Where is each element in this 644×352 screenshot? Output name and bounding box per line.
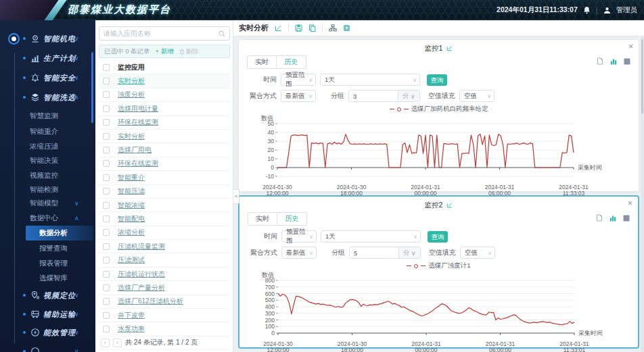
app-link[interactable]: 浊度分析	[118, 90, 145, 99]
app-link[interactable]: 选煤厂用电	[118, 145, 152, 155]
group-input[interactable]	[349, 91, 398, 101]
sidebar-item-partial[interactable]: ∨	[0, 342, 95, 352]
app-link[interactable]: 监控应用	[118, 63, 145, 72]
next-page-button[interactable]: ›	[113, 338, 122, 347]
delete-button[interactable]: 删除	[179, 47, 199, 56]
fill-select[interactable]: 空值∨	[460, 247, 495, 259]
unit-select[interactable]: 分∨	[398, 91, 419, 101]
chevron-down-icon[interactable]: ∨	[74, 311, 79, 318]
checkbox[interactable]	[103, 257, 110, 263]
sidebar-item-智能检测[interactable]: 智能检测	[0, 182, 95, 197]
app-link[interactable]: 选煤厂612压滤机分析	[118, 297, 183, 306]
checkbox[interactable]	[103, 119, 110, 126]
edit-icon[interactable]	[446, 202, 453, 208]
checkbox[interactable]	[103, 174, 110, 181]
sidebar-scrollbar[interactable]	[91, 52, 93, 123]
checkbox[interactable]	[103, 133, 110, 140]
app-link[interactable]: 智能配电	[118, 214, 145, 224]
sidebar-item-能效管理[interactable]: 能效管理∨	[0, 323, 95, 342]
sidebar-item-智慧监测[interactable]: 智慧监测	[0, 109, 95, 123]
chevron-up-icon[interactable]: ∧	[74, 215, 79, 222]
checkbox[interactable]	[103, 202, 110, 209]
app-link[interactable]: 环保在线监测	[118, 159, 158, 168]
fill-select[interactable]: 空值∨	[459, 90, 495, 102]
app-link[interactable]: 实时分析	[118, 132, 145, 141]
app-link[interactable]: 选煤用电计量	[118, 104, 158, 114]
checkbox[interactable]	[103, 326, 110, 332]
checkbox[interactable]	[103, 284, 110, 291]
sidebar-item-智能安全[interactable]: 智能安全∨	[0, 68, 95, 87]
sidebar-item-报警查询[interactable]: 报警查询	[0, 241, 95, 256]
sidebar-item-数据分析[interactable]: 数据分析	[0, 226, 95, 241]
period-select[interactable]: 1天∨	[321, 230, 421, 243]
app-link[interactable]: 智能浓缩	[118, 201, 145, 210]
range-select[interactable]: 预置范围∨	[281, 74, 316, 86]
app-link[interactable]: 水泵功率	[118, 324, 145, 334]
app-link[interactable]: 压滤机运行状态	[118, 270, 165, 279]
sidebar-item-智能决策[interactable]: 智能决策	[0, 153, 95, 168]
sidebar-item-报表管理[interactable]: 报表管理	[0, 256, 95, 271]
checkbox[interactable]	[103, 243, 110, 250]
chevron-down-icon[interactable]: ∨	[74, 329, 79, 336]
app-link[interactable]: 压滤测试	[118, 255, 145, 265]
aggregation-select[interactable]: 最新值∨	[281, 90, 316, 102]
checkbox[interactable]	[103, 91, 110, 98]
checkbox[interactable]	[103, 147, 110, 153]
app-link[interactable]: 实时分析	[118, 76, 145, 86]
sidebar-item-生产计划[interactable]: 生产计划∨	[0, 49, 95, 68]
sidebar-item-数据中心[interactable]: 数据中心∧	[0, 211, 95, 225]
save-icon[interactable]	[295, 24, 302, 32]
checkbox[interactable]	[103, 229, 110, 236]
chevron-down-icon[interactable]: ∨	[74, 55, 79, 61]
edit-icon[interactable]	[446, 45, 453, 51]
bar-chart-icon[interactable]	[610, 57, 617, 65]
unit-select[interactable]: 分∨	[398, 247, 420, 258]
add-button[interactable]: + 新增	[156, 47, 174, 56]
app-link[interactable]: 智能重介	[118, 173, 145, 182]
checkbox[interactable]	[103, 271, 110, 278]
chevron-down-icon[interactable]: ∨	[74, 348, 79, 352]
checkbox[interactable]	[103, 216, 110, 222]
tab-realtime[interactable]: 实时	[248, 212, 277, 226]
sidebar-item-视频定位[interactable]: 视频定位∨	[0, 286, 95, 305]
app-link[interactable]: 选煤厂产量分析	[118, 283, 165, 293]
checkbox[interactable]	[103, 105, 110, 112]
edit-icon[interactable]	[275, 24, 282, 32]
bell-icon[interactable]	[583, 6, 591, 14]
sidebar-item-智能洗选[interactable]: 智能洗选∧	[0, 88, 95, 107]
checkbox[interactable]	[103, 312, 110, 319]
tab-history[interactable]: 历史	[277, 212, 307, 226]
chevron-up-icon[interactable]: ∧	[74, 94, 79, 101]
file-icon[interactable]	[597, 57, 603, 65]
sidebar-item-智能机电[interactable]: 智能机电∨	[0, 29, 95, 48]
bar-chart-icon[interactable]	[610, 214, 616, 222]
range-select[interactable]: 预置范围∨	[281, 230, 317, 243]
search-icon[interactable]	[218, 30, 225, 37]
chart-legend[interactable]: 选煤厂加药机白药频率给定	[239, 105, 639, 114]
panel-icon[interactable]	[623, 214, 630, 222]
username[interactable]: 管理员	[616, 5, 638, 15]
period-select[interactable]: 1天∨	[320, 74, 420, 86]
app-link[interactable]: 压滤机流量监测	[118, 242, 165, 251]
chevron-down-icon[interactable]: ∨	[74, 74, 79, 81]
sidebar-item-视频监控[interactable]: 视频监控	[0, 168, 95, 182]
prev-page-button[interactable]: ‹	[101, 338, 110, 347]
checkbox[interactable]	[103, 64, 110, 71]
collapse-panel-handle[interactable]: «	[233, 189, 239, 204]
query-button[interactable]: 查询	[427, 74, 447, 86]
sidebar-item-辅助运输[interactable]: 辅助运输∨	[0, 305, 95, 324]
aggregation-select[interactable]: 最新值∨	[281, 247, 317, 259]
main-scrollbar[interactable]	[641, 36, 644, 352]
close-icon[interactable]: ×	[628, 42, 633, 51]
app-link[interactable]: 井下皮带	[118, 311, 145, 320]
file-icon[interactable]	[596, 214, 603, 222]
chevron-down-icon[interactable]: ∨	[74, 292, 79, 299]
query-button[interactable]: 查询	[428, 231, 448, 243]
panel-icon[interactable]	[624, 57, 630, 65]
hierarchy-icon[interactable]	[329, 24, 337, 32]
app-link[interactable]: 浓缩分析	[118, 228, 145, 237]
sidebar-item-选煤智库[interactable]: 选煤智库	[0, 271, 95, 286]
checkbox[interactable]	[103, 160, 110, 167]
export-icon[interactable]	[343, 24, 350, 32]
sidebar-item-智能模型[interactable]: 智能模型∨	[0, 196, 95, 210]
